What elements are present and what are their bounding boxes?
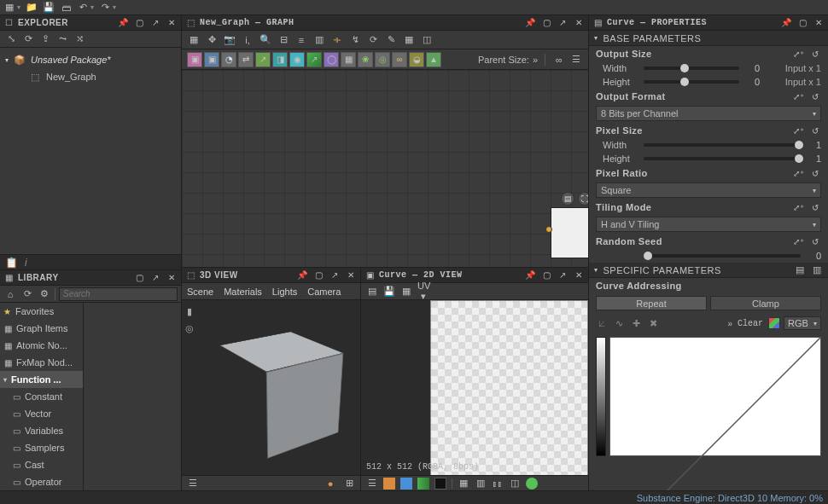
- chevron-down-icon[interactable]: ▾: [5, 56, 9, 64]
- output-format-select[interactable]: 8 Bits per Channel▾: [596, 106, 821, 121]
- pin-icon[interactable]: 📌: [296, 269, 308, 281]
- node-btn-tile[interactable]: ▦: [341, 52, 356, 67]
- collapse-all-icon[interactable]: ⤡: [5, 33, 17, 45]
- pin-icon[interactable]: 📌: [524, 269, 536, 281]
- graph-canvas[interactable]: ▤ ⛶: [182, 70, 588, 267]
- crop-icon[interactable]: ◫: [420, 33, 434, 47]
- expose-icon[interactable]: ⤢⁺: [792, 201, 804, 213]
- node-btn-levels[interactable]: ◨: [272, 52, 288, 67]
- reset-icon[interactable]: ↺: [809, 90, 821, 102]
- reset-icon[interactable]: ↺: [809, 201, 821, 213]
- undo-icon[interactable]: ↶: [77, 2, 89, 14]
- swatch-blue[interactable]: [400, 478, 412, 490]
- float-icon[interactable]: ↗: [329, 269, 341, 281]
- camera-view-icon[interactable]: ▮: [184, 305, 195, 317]
- save-icon[interactable]: 💾: [43, 2, 55, 14]
- pin-icon[interactable]: 📌: [780, 17, 792, 29]
- reset-icon[interactable]: ↺: [809, 48, 821, 60]
- node-btn-transform[interactable]: ∞: [392, 52, 407, 67]
- save-image-icon[interactable]: 💾: [383, 286, 395, 298]
- zoom-out-icon[interactable]: ⊟: [277, 33, 290, 47]
- curve-plot[interactable]: [609, 337, 821, 456]
- info-icon[interactable]: i: [25, 257, 27, 269]
- pixel-ratio-select[interactable]: Square▾: [596, 182, 821, 198]
- histogram-icon[interactable]: ⫾⫾: [492, 478, 504, 490]
- close-icon[interactable]: ✕: [166, 272, 178, 284]
- play-icon[interactable]: [526, 478, 538, 490]
- curve-tool-add-icon[interactable]: ✚: [630, 317, 642, 329]
- fx-icon[interactable]: ▦: [402, 33, 416, 47]
- pen-icon[interactable]: ✎: [384, 33, 398, 47]
- node-btn-curve[interactable]: ↗: [255, 52, 271, 67]
- clipboard-icon[interactable]: 📋: [5, 257, 18, 269]
- gear-icon[interactable]: ⚙: [38, 287, 51, 301]
- close-icon[interactable]: ✕: [345, 269, 357, 281]
- tab-materials[interactable]: Materials: [224, 287, 262, 297]
- table-icon[interactable]: ▥: [312, 33, 326, 47]
- node-btn-svg[interactable]: ▣: [204, 52, 219, 67]
- node-btn-output[interactable]: ▲: [426, 52, 441, 67]
- reload-icon[interactable]: ⟳: [20, 287, 34, 301]
- section-base-parameters[interactable]: ▾ BASE PARAMETERS: [589, 31, 828, 46]
- random-seed-slider[interactable]: [644, 254, 801, 258]
- pixel-height-slider[interactable]: [644, 157, 801, 160]
- curve-tool-remove-icon[interactable]: ✖: [647, 317, 659, 329]
- node-doc-icon[interactable]: ▤: [561, 192, 574, 206]
- node-btn-shuffle[interactable]: ⇄: [238, 52, 254, 67]
- search-icon[interactable]: 🔍: [259, 33, 272, 47]
- maximize-icon[interactable]: ▢: [133, 272, 145, 284]
- list-icon[interactable]: ☰: [187, 478, 199, 490]
- close-icon[interactable]: ✕: [166, 17, 178, 29]
- link-icon[interactable]: ⤳: [56, 33, 68, 45]
- lib-cat-operator[interactable]: ▭Operator: [0, 473, 83, 490]
- view2d-canvas[interactable]: 512 x 512 (RGBA, 8bps): [361, 300, 588, 475]
- parent-size-value[interactable]: »: [533, 55, 538, 65]
- float-icon[interactable]: ↗: [557, 17, 569, 29]
- export-image-icon[interactable]: ▦: [400, 286, 412, 298]
- node-btn-gradient[interactable]: ↗: [306, 52, 322, 67]
- node-btn-warp[interactable]: ◎: [375, 52, 390, 67]
- expose-icon[interactable]: ⤢⁺: [792, 125, 804, 136]
- maximize-icon[interactable]: ▢: [133, 17, 145, 29]
- node-btn-fx[interactable]: ◒: [409, 52, 424, 67]
- lib-cat-samplers[interactable]: ▭Samplers: [0, 439, 83, 456]
- lib-cat-favorites[interactable]: ★Favorites: [0, 303, 83, 320]
- tab-camera[interactable]: Camera: [307, 287, 341, 297]
- graph-node-curve[interactable]: ▤ ⛶: [551, 207, 588, 258]
- curve-mode-repeat[interactable]: Repeat: [596, 296, 707, 310]
- lib-cat-function[interactable]: ▾Function ...: [0, 371, 83, 388]
- clear-button[interactable]: Clear: [738, 319, 763, 328]
- align-icon[interactable]: ≡: [294, 33, 308, 47]
- section-specific-parameters[interactable]: ▾ SPECIFIC PARAMETERS ▤ ▥: [589, 263, 828, 278]
- refresh-icon[interactable]: ⟳: [22, 33, 34, 45]
- graph-row[interactable]: ⬚ New_Graph: [0, 68, 181, 85]
- node-btn-normal[interactable]: ❀: [358, 52, 373, 67]
- lib-cat-atomic[interactable]: ▦Atomic No...: [0, 337, 83, 354]
- float-icon[interactable]: ↗: [557, 269, 569, 281]
- channel-icon[interactable]: ◫: [509, 478, 521, 490]
- tab-lights[interactable]: Lights: [272, 287, 297, 297]
- pixel-width-slider[interactable]: [644, 143, 801, 147]
- expose-icon[interactable]: ⤢⁺: [792, 48, 804, 60]
- swatch-black[interactable]: [434, 478, 446, 490]
- float-icon[interactable]: ↗: [149, 17, 161, 29]
- reset-icon[interactable]: ↺: [809, 167, 821, 179]
- maximize-icon[interactable]: ▢: [796, 17, 808, 29]
- swatch-green[interactable]: [417, 478, 429, 490]
- curve-tool-linear-icon[interactable]: ⟀: [596, 317, 608, 329]
- maximize-icon[interactable]: ▢: [312, 269, 324, 281]
- paste-params-icon[interactable]: ▥: [811, 264, 823, 276]
- package-row[interactable]: ▾ 📦 Unsaved Package*: [0, 51, 181, 68]
- lib-cat-constant[interactable]: ▭Constant: [0, 388, 83, 405]
- info-icon[interactable]: i,: [241, 33, 254, 47]
- node-btn-hsl[interactable]: ◉: [289, 52, 305, 67]
- tiling-mode-select[interactable]: H and V Tiling▾: [596, 217, 821, 232]
- node-expand-icon[interactable]: ⛶: [578, 192, 588, 206]
- maximize-icon[interactable]: ▢: [540, 269, 552, 281]
- swatch-orange[interactable]: [383, 478, 395, 490]
- export-icon[interactable]: ⇪: [39, 33, 51, 45]
- settings-alt-icon[interactable]: ⊞: [343, 478, 355, 490]
- reset-icon[interactable]: ↺: [809, 125, 821, 136]
- rgb-channel-select[interactable]: RGB▾: [784, 316, 821, 330]
- curve-tool-bezier-icon[interactable]: ∿: [613, 317, 625, 329]
